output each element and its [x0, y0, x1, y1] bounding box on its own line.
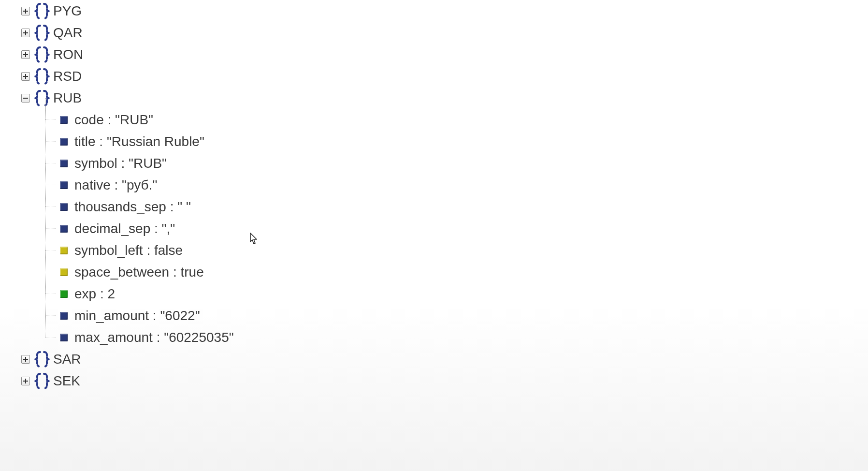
string-type-icon [60, 312, 68, 320]
tree-node-label: RON [53, 47, 83, 62]
number-type-icon [60, 290, 68, 298]
tree-leaf[interactable]: title : "Russian Ruble" [48, 131, 868, 152]
tree-node-label: RUB [53, 90, 82, 106]
tree-node-label: SAR [53, 352, 81, 367]
tree-node-label: RSD [53, 69, 82, 84]
string-type-icon [60, 225, 68, 233]
tree-leaf[interactable]: native : "руб." [48, 174, 868, 196]
object-braces-icon [34, 351, 50, 368]
object-braces-icon [34, 46, 50, 63]
expand-icon[interactable] [21, 377, 30, 385]
json-tree: PYGQARRONRSDRUBcode : "RUB"title : "Russ… [0, 0, 868, 392]
tree-leaf[interactable]: space_between : true [48, 261, 868, 283]
tree-leaf-label: symbol : "RUB" [74, 156, 167, 171]
expand-icon[interactable] [21, 355, 30, 364]
object-braces-icon [34, 2, 50, 20]
tree-node-children: code : "RUB"title : "Russian Ruble"symbo… [48, 109, 868, 348]
string-type-icon [60, 181, 68, 189]
object-braces-icon [34, 372, 50, 390]
tree-leaf[interactable]: exp : 2 [48, 283, 868, 305]
expand-icon[interactable] [21, 7, 30, 15]
tree-node-ron[interactable]: RON [0, 44, 868, 65]
tree-leaf-label: code : "RUB" [74, 112, 153, 128]
expand-icon[interactable] [21, 29, 30, 37]
tree-leaf[interactable]: decimal_sep : "," [48, 218, 868, 239]
expand-icon[interactable] [21, 50, 30, 59]
tree-node-rsd[interactable]: RSD [0, 65, 868, 87]
tree-leaf[interactable]: min_amount : "6022" [48, 305, 868, 326]
tree-node-rub[interactable]: RUB [0, 87, 868, 109]
string-type-icon [60, 138, 68, 146]
object-braces-icon [34, 89, 50, 107]
tree-node-sek[interactable]: SEK [0, 370, 868, 392]
collapse-icon[interactable] [21, 94, 30, 103]
expand-icon[interactable] [21, 72, 30, 81]
tree-leaf[interactable]: max_amount : "60225035" [48, 326, 868, 348]
bool-type-icon [60, 268, 68, 276]
tree-leaf-label: min_amount : "6022" [74, 308, 200, 324]
tree-node-pyg[interactable]: PYG [0, 0, 868, 22]
tree-leaf-label: decimal_sep : "," [74, 221, 175, 236]
tree-node-qar[interactable]: QAR [0, 22, 868, 44]
tree-leaf-label: symbol_left : false [74, 243, 183, 258]
tree-leaf[interactable]: symbol : "RUB" [48, 152, 868, 174]
string-type-icon [60, 334, 68, 341]
tree-leaf-label: max_amount : "60225035" [74, 330, 234, 345]
tree-leaf-label: native : "руб." [74, 177, 157, 193]
tree-node-label: SEK [53, 373, 80, 389]
string-type-icon [60, 116, 68, 124]
tree-node-label: QAR [53, 25, 83, 41]
string-type-icon [60, 203, 68, 211]
object-braces-icon [34, 24, 50, 42]
tree-leaf-label: space_between : true [74, 265, 204, 280]
tree-leaf[interactable]: thousands_sep : " " [48, 196, 868, 218]
tree-leaf-label: exp : 2 [74, 286, 115, 302]
tree-leaf[interactable]: symbol_left : false [48, 239, 868, 261]
tree-leaf-label: thousands_sep : " " [74, 199, 191, 215]
bool-type-icon [60, 247, 68, 254]
object-braces-icon [34, 68, 50, 85]
tree-leaf-label: title : "Russian Ruble" [74, 134, 204, 149]
string-type-icon [60, 160, 68, 167]
tree-leaf[interactable]: code : "RUB" [48, 109, 868, 131]
tree-node-label: PYG [53, 3, 82, 19]
tree-node-sar[interactable]: SAR [0, 348, 868, 370]
